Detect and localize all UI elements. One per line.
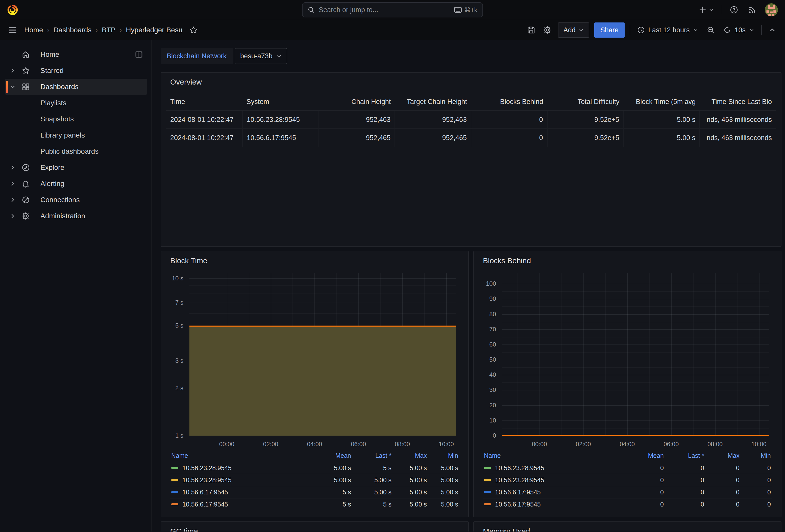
legend-column-header[interactable]: Mean	[306, 450, 352, 462]
sidebar-item-public-dashboards[interactable]: Public dashboards	[5, 143, 147, 160]
legend-series-name[interactable]: 10.56.6.17:9545	[495, 488, 541, 496]
refresh-picker[interactable]: 10s	[721, 23, 756, 37]
legend-value: 0	[665, 462, 705, 474]
legend-series-name[interactable]: 10.56.23.28:9545	[182, 477, 232, 483]
overview-column-header[interactable]: System	[243, 94, 319, 110]
overview-column-header[interactable]: Target Chain Height	[395, 94, 471, 110]
dashboard-content[interactable]: Blockchain Network besu-a73b Overview Ti…	[152, 41, 785, 532]
overview-column-header[interactable]: Blocks Behind	[471, 94, 547, 110]
breadcrumb-item-home[interactable]: Home	[24, 26, 43, 34]
chevron-down-icon[interactable]	[6, 83, 19, 90]
chevron-right-icon[interactable]	[6, 196, 19, 204]
dock-panel-icon[interactable]	[135, 51, 143, 58]
table-row[interactable]: 2024-08-01 10:22:4710.56.23.28:9545952,4…	[166, 110, 776, 129]
legend-column-header[interactable]: Max	[392, 450, 428, 462]
panel-title[interactable]: Blocks Behind	[483, 257, 776, 265]
add-panel-button[interactable]: Add	[558, 23, 589, 37]
legend-column-header[interactable]: Name	[170, 450, 306, 462]
chevron-down-icon	[749, 27, 754, 32]
sidebar-item-explore[interactable]: Explore	[5, 160, 147, 176]
dashboard-settings-button[interactable]	[542, 25, 553, 35]
breadcrumb-item-dashboards[interactable]: Dashboards	[53, 26, 92, 34]
legend-series: 10.56.23.28:9545	[170, 474, 306, 486]
sidebar-item-snapshots[interactable]: Snapshots	[5, 111, 147, 127]
chevron-right-icon[interactable]	[6, 67, 19, 74]
legend-column-header[interactable]: Last *	[352, 450, 392, 462]
variable-value-dropdown[interactable]: besu-a73b	[235, 48, 287, 64]
overview-column-header[interactable]: Chain Height	[319, 94, 395, 110]
chart-legend: NameMeanLast *MaxMin10.56.23.28:95450000…	[483, 450, 772, 510]
legend-series-name[interactable]: 10.56.23.28:9545	[495, 477, 544, 483]
chevron-right-icon[interactable]	[6, 213, 19, 219]
help-button[interactable]	[729, 4, 739, 16]
plot-area[interactable]	[189, 273, 456, 435]
breadcrumb-item-btp[interactable]: BTP	[102, 26, 116, 34]
overview-column-header[interactable]: Total Difficulty	[547, 94, 624, 110]
sidebar-item-administration[interactable]: Administration	[5, 208, 147, 224]
sidebar-item-home[interactable]: Home	[5, 47, 147, 62]
legend-value: 5.00 s	[306, 474, 352, 486]
sidebar-item-starred[interactable]: Starred	[5, 62, 147, 79]
news-button[interactable]	[746, 4, 758, 16]
grafana-logo-icon[interactable]	[7, 4, 18, 16]
legend-column-header[interactable]: Name	[483, 450, 618, 462]
sidebar-item-dashboards[interactable]: Dashboards	[5, 79, 147, 95]
sidebar-item-playlists[interactable]: Playlists	[5, 95, 147, 111]
legend-series-name[interactable]: 10.56.6.17:9545	[182, 488, 228, 496]
legend-column-header[interactable]: Max	[705, 450, 740, 462]
overview-column-header[interactable]: Time Since Last Blo	[700, 94, 776, 110]
breadcrumb-item-hyperledger-besu[interactable]: Hyperledger Besu	[126, 26, 182, 34]
overview-column-header[interactable]: Time	[166, 94, 243, 110]
legend-series-name[interactable]: 10.56.6.17:9545	[495, 501, 541, 508]
time-series-chart[interactable]: 10 s7 s5 s3 s2 s1 s 00:0002:0004:0006:00…	[166, 270, 463, 448]
sidebar-item-connections[interactable]: Connections	[5, 192, 147, 208]
dashboard-actions: Add Share Last 12 hours	[526, 23, 778, 37]
star-icon	[19, 66, 32, 75]
panel-title[interactable]: Overview	[170, 78, 776, 86]
legend-series-name[interactable]: 10.56.23.28:9545	[182, 464, 232, 472]
overview-column-header[interactable]: Block Time (5m avg	[624, 94, 700, 110]
chevron-down-icon	[579, 27, 584, 32]
gridline	[502, 322, 769, 322]
save-dashboard-button[interactable]	[526, 25, 537, 35]
time-range-picker[interactable]: Last 12 hours	[635, 23, 701, 37]
legend-column-header[interactable]: Min	[740, 450, 772, 462]
time-series-chart[interactable]: 1009080706050403020100 00:0002:0004:0006…	[479, 270, 776, 448]
sidebar-item-alerting[interactable]: Alerting	[5, 176, 147, 192]
panel-title[interactable]: Block Time	[170, 257, 463, 265]
legend-column-header[interactable]: Min	[428, 450, 459, 462]
legend-column-header[interactable]: Mean	[618, 450, 665, 462]
user-avatar[interactable]	[765, 3, 778, 17]
legend-value: 5 s	[306, 486, 352, 498]
chevron-spacer	[6, 51, 19, 58]
legend-value: 0	[705, 462, 740, 474]
legend-series-name[interactable]: 10.56.23.28:9545	[495, 464, 544, 472]
panel-title[interactable]: Memory Used	[483, 527, 776, 532]
x-axis-tick-label: 02:00	[263, 441, 278, 448]
legend-value: 5.00 s	[428, 498, 459, 510]
search-input[interactable]: Search or jump to... ⌘+k	[302, 2, 483, 18]
chevron-right-icon[interactable]	[6, 164, 19, 171]
collapse-toolbar-button[interactable]	[767, 25, 778, 35]
sidebar-item-label: Library panels	[41, 131, 85, 139]
charts-row: Block Time 10 s7 s5 s3 s2 s1 s 00:0002:0…	[161, 251, 782, 517]
zoom-out-time-button[interactable]	[705, 25, 716, 35]
gridline	[502, 337, 769, 338]
favorite-star-button[interactable]	[189, 26, 198, 34]
y-axis-tick-label: 1 s	[175, 432, 183, 439]
legend-series-name[interactable]: 10.56.6.17:9545	[182, 501, 228, 508]
share-button[interactable]: Share	[594, 23, 625, 37]
mega-menu-toggle[interactable]	[7, 25, 18, 35]
clock-icon	[637, 26, 645, 34]
series-color-swatch	[484, 491, 491, 493]
table-row[interactable]: 2024-08-01 10:22:4710.56.6.17:9545952,46…	[166, 129, 776, 147]
table-cell: 10.56.6.17:9545	[243, 129, 319, 147]
legend-row: 10.56.23.28:95450000	[483, 462, 772, 474]
x-axis-tick-label: 04:00	[619, 441, 635, 448]
chevron-right-icon[interactable]	[6, 180, 19, 187]
legend-column-header[interactable]: Last *	[665, 450, 705, 462]
sidebar-item-library-panels[interactable]: Library panels	[5, 127, 147, 143]
new-menu-button[interactable]	[699, 6, 714, 14]
panel-title[interactable]: GC time	[170, 527, 463, 532]
plot-area[interactable]	[502, 273, 769, 435]
